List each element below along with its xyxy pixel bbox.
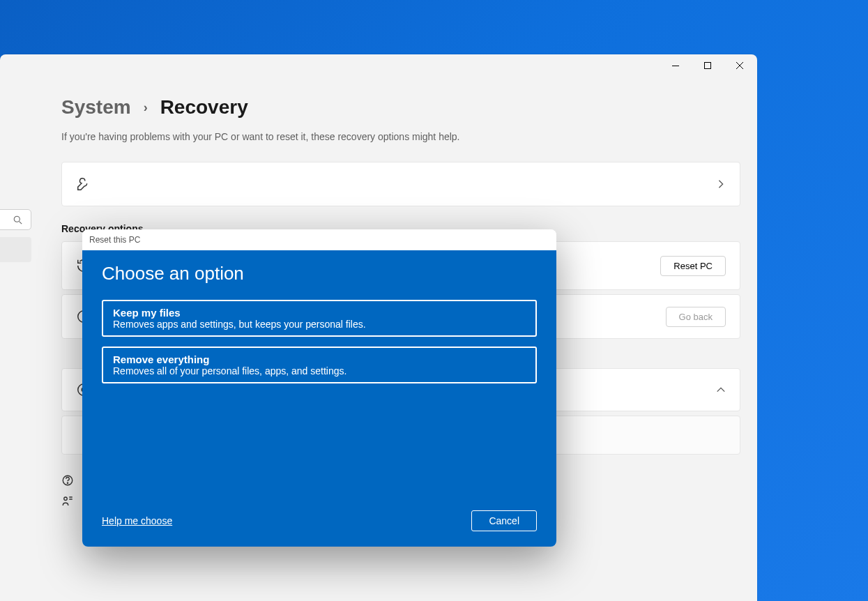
close-button[interactable]: [724, 55, 756, 76]
chevron-right-icon: ›: [144, 100, 148, 115]
search-input[interactable]: [0, 209, 31, 230]
reset-pc-dialog: Reset this PC Choose an option Keep my f…: [82, 229, 556, 547]
breadcrumb-parent[interactable]: System: [61, 96, 131, 119]
svg-point-11: [64, 497, 68, 501]
dialog-window-title: Reset this PC: [89, 235, 140, 245]
dialog-footer: Help me choose Cancel: [102, 510, 537, 531]
help-me-choose-link[interactable]: Help me choose: [102, 515, 172, 526]
option-title: Remove everything: [113, 353, 526, 365]
option-title: Keep my files: [113, 307, 526, 319]
feedback-icon: [61, 495, 74, 508]
search-icon: [13, 215, 22, 225]
wrench-icon: [76, 176, 91, 192]
fix-problems-card[interactable]: [61, 162, 740, 206]
reset-pc-button[interactable]: Reset PC: [660, 256, 726, 276]
svg-point-10: [67, 482, 68, 483]
page-subtitle: If you're having problems with your PC o…: [61, 131, 740, 142]
breadcrumb-current: Recovery: [160, 96, 248, 119]
svg-line-5: [20, 221, 22, 224]
chevron-up-icon: [716, 385, 726, 395]
breadcrumb: System › Recovery: [61, 96, 740, 119]
dialog-body: Choose an option Keep my files Removes a…: [82, 250, 556, 547]
option-desc: Removes apps and settings, but keeps you…: [113, 319, 526, 330]
svg-point-4: [14, 216, 20, 222]
dialog-heading: Choose an option: [102, 263, 537, 284]
help-icon: [61, 474, 74, 487]
dialog-titlebar: Reset this PC: [82, 229, 556, 250]
go-back-button: Go back: [666, 307, 726, 327]
svg-rect-1: [705, 63, 711, 69]
chevron-right-icon: [716, 179, 726, 189]
option-desc: Removes all of your personal files, apps…: [113, 365, 526, 376]
sidebar-item-system[interactable]: [0, 237, 31, 262]
titlebar: [0, 54, 757, 77]
minimize-button[interactable]: [660, 55, 692, 76]
maximize-button[interactable]: [692, 55, 724, 76]
option-remove-everything[interactable]: Remove everything Removes all of your pe…: [102, 347, 537, 383]
option-keep-my-files[interactable]: Keep my files Removes apps and settings,…: [102, 300, 537, 337]
cancel-button[interactable]: Cancel: [471, 510, 537, 531]
